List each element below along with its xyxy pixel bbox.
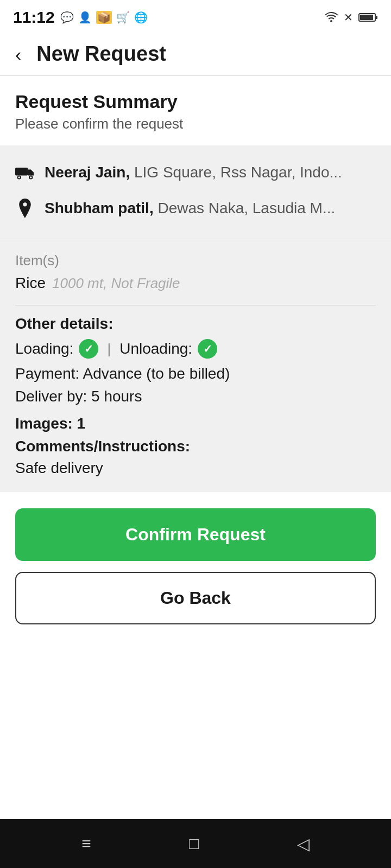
pipe-separator: |: [107, 341, 111, 358]
summary-heading: Request Summary: [15, 91, 376, 112]
header: ‹ New Request: [0, 33, 391, 76]
wifi-icon: [324, 9, 338, 26]
home-icon[interactable]: □: [189, 834, 199, 853]
svg-rect-3: [15, 168, 28, 175]
summary-subheading: Please confirm the request: [15, 116, 376, 132]
back-button[interactable]: ‹: [11, 43, 26, 66]
svg-point-5: [18, 176, 20, 178]
truck-icon: [15, 163, 35, 187]
deliver-label: Deliver by:: [15, 388, 87, 405]
deliver-row: Deliver by: 5 hours: [15, 388, 376, 405]
images-label: Images:: [15, 415, 73, 432]
items-row: Rice 1000 mt, Not Fragile: [15, 275, 376, 295]
items-label: Item(s): [15, 252, 376, 269]
payment-row: Payment: Advance (to be billed): [15, 365, 376, 382]
address-section: Neeraj Jain, LIG Square, Rss Nagar, Indo…: [0, 145, 391, 239]
section-heading: Request Summary Please confirm the reque…: [0, 76, 391, 136]
spacer: [0, 727, 391, 820]
payment-value: Advance (to be billed): [83, 365, 230, 382]
receiver-address: Shubham patil, Dewas Naka, Lasudia M...: [45, 197, 335, 219]
back-nav-icon[interactable]: ◁: [297, 834, 310, 853]
loading-unloading-row: Loading: | Unloading:: [15, 339, 376, 359]
unloading-label: Unloading:: [119, 340, 192, 358]
svg-rect-2: [375, 16, 377, 19]
battery-icon: [358, 9, 378, 26]
content: Request Summary Please confirm the reque…: [0, 76, 391, 727]
item-description: 1000 mt, Not Fragile: [52, 275, 180, 292]
page-title: New Request: [36, 42, 166, 66]
receiver-location: Dewas Naka, Lasudia M...: [157, 200, 335, 216]
confirm-request-button[interactable]: Confirm Request: [15, 508, 376, 561]
divider: [15, 305, 376, 305]
status-bar: 11:12 💬 👤 📦 🛒 🌐 ✕: [0, 0, 391, 33]
deliver-value: 5 hours: [91, 388, 142, 405]
status-time: 11:12: [13, 8, 55, 27]
images-row: Images: 1: [15, 415, 376, 432]
pin-icon: [15, 199, 35, 222]
go-back-button[interactable]: Go Back: [15, 572, 376, 624]
menu-icon[interactable]: ≡: [81, 834, 91, 853]
images-count: 1: [77, 415, 86, 432]
sender-address: Neeraj Jain, LIG Square, Rss Nagar, Indo…: [45, 162, 342, 183]
receiver-name: Shubham patil,: [45, 200, 154, 216]
other-details-label: Other details:: [15, 315, 376, 333]
receiver-row: Shubham patil, Dewas Naka, Lasudia M...: [15, 192, 376, 228]
comments-label: Comments/Instructions:: [15, 438, 376, 455]
sender-location: LIG Square, Rss Nagar, Indo...: [134, 164, 342, 181]
buttons-section: Confirm Request Go Back: [0, 492, 391, 635]
unloading-check: [198, 339, 217, 359]
bottom-navigation: ≡ □ ◁: [0, 819, 391, 868]
svg-rect-1: [360, 15, 373, 20]
comments-value: Safe delivery: [15, 459, 376, 477]
status-bar-left: 11:12 💬 👤 📦 🛒 🌐: [13, 8, 148, 27]
loading-label: Loading:: [15, 340, 73, 358]
svg-point-7: [30, 176, 32, 178]
loading-check: [79, 339, 98, 359]
sender-row: Neeraj Jain, LIG Square, Rss Nagar, Indo…: [15, 156, 376, 192]
details-section: Item(s) Rice 1000 mt, Not Fragile Other …: [0, 239, 391, 492]
sender-name: Neeraj Jain,: [45, 164, 130, 181]
signal-x-icon: ✕: [344, 11, 353, 24]
status-app-icons: 💬 👤 📦 🛒 🌐: [60, 11, 148, 24]
item-name: Rice: [15, 275, 46, 292]
payment-label: Payment:: [15, 365, 79, 382]
summary-card: Neeraj Jain, LIG Square, Rss Nagar, Indo…: [0, 145, 391, 492]
status-bar-right: ✕: [324, 9, 378, 26]
